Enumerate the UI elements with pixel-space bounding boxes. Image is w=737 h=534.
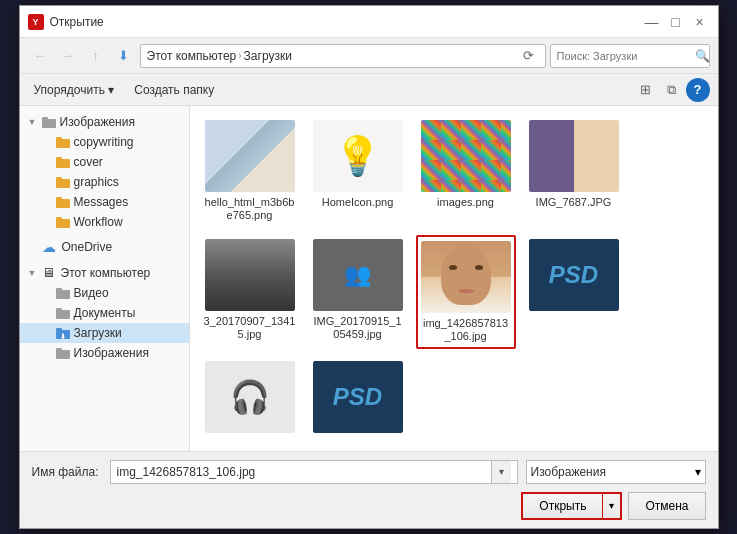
sidebar-label-images2: Изображения (74, 346, 181, 360)
svg-rect-1 (42, 117, 48, 120)
thumbnail-map (205, 120, 295, 192)
view-controls: ⊞ ⧉ ? (634, 78, 710, 102)
search-icon: 🔍 (695, 49, 710, 63)
sidebar-item-copywriting[interactable]: copywriting (20, 132, 189, 152)
refresh-button[interactable]: ⟳ (519, 46, 539, 66)
address-bar[interactable]: Этот компьютер › Загрузки ⟳ (140, 44, 546, 68)
svg-rect-13 (56, 288, 62, 291)
sidebar-item-downloads[interactable]: ⬇ Загрузки (20, 323, 189, 343)
svg-rect-6 (56, 179, 70, 188)
file-item-crowd[interactable]: 3_20170907_13415.jpg (200, 235, 300, 349)
sidebar-item-workflow[interactable]: Workflow (20, 212, 189, 232)
file-item-psd1[interactable]: PSD (524, 235, 624, 349)
sidebar-label-workflow: Workflow (74, 215, 181, 229)
sidebar-item-video[interactable]: Видео (20, 283, 189, 303)
address-separator: › (238, 50, 241, 61)
thumbnail-psd2: PSD (313, 361, 403, 433)
address-part-computer: Этот компьютер (147, 49, 237, 63)
filename-row: Имя файла: ▾ Изображения ▾ (32, 460, 706, 484)
file-item-hello-html[interactable]: hello_html_m3b6be765.png (200, 116, 300, 226)
filename-dropdown-button[interactable]: ▾ (491, 461, 511, 483)
action-buttons-row: Открыть ▾ Отмена (32, 492, 706, 520)
sidebar-item-messages[interactable]: Messages (20, 192, 189, 212)
files-area: hello_html_m3b6be765.png 💡 HomeIcon.png … (190, 106, 718, 451)
cancel-button[interactable]: Отмена (628, 492, 705, 520)
new-folder-button[interactable]: Создать папку (128, 81, 220, 99)
svg-rect-7 (56, 177, 62, 180)
sidebar-item-graphics[interactable]: graphics (20, 172, 189, 192)
open-dropdown-button[interactable]: ▾ (602, 492, 622, 520)
thumbnail-crowd (205, 239, 295, 311)
main-content: ▼ Изображения copywriting (20, 106, 718, 451)
sidebar-label-graphics: graphics (74, 175, 181, 189)
file-name-homeicon: HomeIcon.png (322, 196, 394, 209)
file-thumb-crowd (205, 239, 295, 311)
svg-rect-14 (56, 310, 70, 319)
open-button[interactable]: Открыть (521, 492, 602, 520)
window-controls: — □ × (642, 12, 710, 32)
file-thumb-images-png (421, 120, 511, 192)
help-button[interactable]: ? (686, 78, 710, 102)
folder-icon-yellow (56, 136, 70, 148)
svg-rect-12 (56, 290, 70, 299)
thumbnail-magazine (529, 120, 619, 192)
search-input[interactable] (557, 50, 695, 62)
left-panel: ▼ Изображения copywriting (20, 106, 190, 451)
svg-rect-8 (56, 199, 70, 208)
file-thumb-homeicon: 💡 (313, 120, 403, 192)
address-parts: Этот компьютер › Загрузки (147, 49, 515, 63)
file-item-headphone[interactable]: 🎧 (200, 357, 300, 441)
split-view-button[interactable]: ⧉ (660, 78, 684, 102)
svg-rect-19 (56, 350, 70, 359)
forward-button[interactable]: → (56, 44, 80, 68)
title-bar: Y Открытие — □ × (20, 6, 718, 38)
sidebar-label-cover: cover (74, 155, 181, 169)
up-button[interactable]: ↑ (84, 44, 108, 68)
folder-icon-images2 (56, 347, 70, 359)
file-name-img20170915: IMG_20170915_105459.jpg (312, 315, 404, 341)
back-button[interactable]: ← (28, 44, 52, 68)
download-icon-button[interactable]: ⬇ (112, 44, 136, 68)
sidebar-label-downloads: Загрузки (74, 326, 181, 340)
svg-rect-11 (56, 217, 62, 220)
folder-icon-workflow (56, 216, 70, 228)
svg-rect-0 (42, 119, 56, 128)
filter-text: Изображения (531, 465, 691, 479)
file-item-homeicon[interactable]: 💡 HomeIcon.png (308, 116, 408, 226)
sidebar-item-thispc[interactable]: ▼ 🖥 Этот компьютер (20, 262, 189, 283)
folder-icon-documents (56, 307, 70, 319)
sidebar-item-cover[interactable]: cover (20, 152, 189, 172)
close-button[interactable]: × (690, 12, 710, 32)
maximize-button[interactable]: □ (666, 12, 686, 32)
search-bar: 🔍 (550, 44, 710, 68)
file-name-crowd: 3_20170907_13415.jpg (204, 315, 296, 341)
sidebar-item-images2[interactable]: Изображения (20, 343, 189, 363)
file-thumb-headphone: 🎧 (205, 361, 295, 433)
file-item-psd2[interactable]: PSD (308, 357, 408, 441)
folder-icon-graphics (56, 176, 70, 188)
sidebar-label-copywriting: copywriting (74, 135, 181, 149)
filename-input-box: ▾ (110, 460, 518, 484)
address-toolbar: ← → ↑ ⬇ Этот компьютер › Загрузки ⟳ 🔍 (20, 38, 718, 74)
file-item-face[interactable]: img_1426857813_106.jpg (416, 235, 516, 349)
filename-input[interactable] (117, 465, 491, 479)
minimize-button[interactable]: — (642, 12, 662, 32)
expand-arrow: ▼ (28, 117, 38, 127)
filter-select-box[interactable]: Изображения ▾ (526, 460, 706, 484)
svg-rect-20 (56, 348, 62, 351)
sidebar-item-documents[interactable]: Документы (20, 303, 189, 323)
sidebar-item-images[interactable]: ▼ Изображения (20, 112, 189, 132)
svg-rect-2 (56, 139, 70, 148)
file-thumb-psd2: PSD (313, 361, 403, 433)
thumbnail-headphone: 🎧 (205, 361, 295, 433)
file-name-hello-html: hello_html_m3b6be765.png (204, 196, 296, 222)
sidebar-item-onedrive[interactable]: ☁ OneDrive (20, 236, 189, 258)
file-item-img7687[interactable]: IMG_7687.JPG (524, 116, 624, 226)
svg-rect-5 (56, 157, 62, 160)
organize-button[interactable]: Упорядочить ▾ (28, 81, 121, 99)
grid-view-button[interactable]: ⊞ (634, 78, 658, 102)
secondary-toolbar: Упорядочить ▾ Создать папку ⊞ ⧉ ? (20, 74, 718, 106)
dialog-title: Открытие (50, 15, 642, 29)
file-item-images-png[interactable]: images.png (416, 116, 516, 226)
file-item-img20170915[interactable]: 👥 IMG_20170915_105459.jpg (308, 235, 408, 349)
